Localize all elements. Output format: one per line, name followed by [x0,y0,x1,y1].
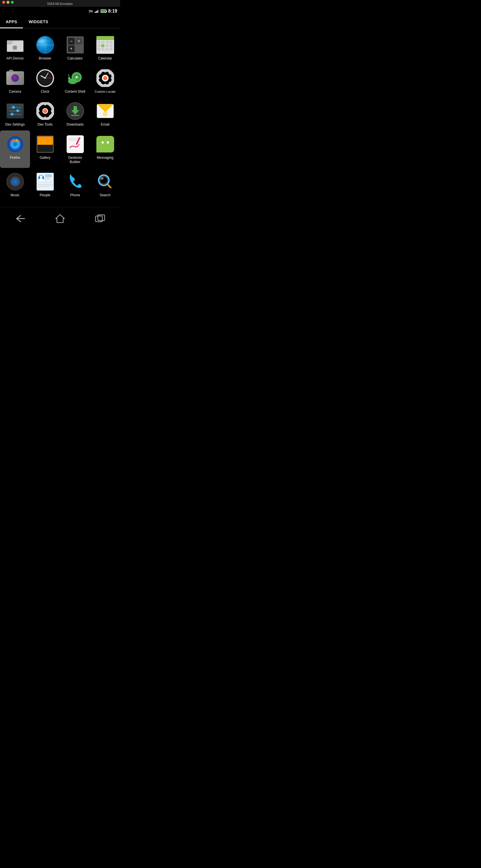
svg-point-74 [100,177,107,184]
back-button[interactable] [12,212,28,226]
svg-rect-61 [37,173,54,190]
app-gestures-builder[interactable]: Gestures Builder [60,130,90,168]
app-dev-tools[interactable]: Dev Tools [30,97,60,130]
search-label: Search [99,193,110,198]
svg-rect-75 [106,183,111,189]
svg-point-40 [44,110,46,112]
svg-rect-43 [71,115,79,116]
app-downloads[interactable]: Downloads [60,97,90,130]
email-label: Email [101,122,109,127]
svg-rect-31 [44,117,46,120]
browser-icon [36,36,54,54]
app-people[interactable]: People [30,168,60,201]
svg-rect-67 [38,183,53,183]
svg-rect-3 [7,40,12,43]
svg-rect-30 [44,102,46,105]
window-controls [2,1,14,4]
svg-rect-41 [73,106,77,111]
tabs-bar: APPS WIDGETS [0,16,120,28]
gestures-builder-label: Gestures Builder [62,156,88,164]
people-icon [36,173,54,191]
app-calendar[interactable]: Calendar [90,31,120,64]
app-clock[interactable]: Clock [30,64,60,98]
status-time: 8:19 [108,8,117,14]
svg-point-9 [76,76,77,78]
svg-marker-58 [98,150,101,152]
svg-point-51 [13,142,18,147]
calendar-icon [96,36,115,54]
svg-rect-71 [45,179,49,180]
custom-locale-icon [96,69,115,87]
search-icon [96,173,115,191]
music-label: Music [10,193,20,198]
gallery-label: Gallery [39,156,50,160]
svg-point-64 [39,178,43,181]
home-button[interactable] [53,212,67,226]
content-shell-label: Content Shell [65,90,85,94]
svg-rect-54 [69,140,77,141]
gestures-icon [66,135,84,153]
firefox-icon [6,135,24,153]
api-demos-icon: ⚙ [6,36,24,54]
app-gallery[interactable]: Gallery [30,130,60,168]
recents-button[interactable] [93,212,107,226]
svg-rect-69 [38,186,49,187]
app-email[interactable]: @ Email [90,97,120,130]
svg-point-59 [101,141,104,144]
svg-point-60 [107,141,109,144]
email-icon: @ [96,102,115,120]
calculator-icon: − = + [66,36,84,54]
svg-rect-65 [45,176,52,177]
svg-rect-21 [111,77,114,79]
downloads-icon [66,102,84,120]
app-camera[interactable]: Camera [0,64,30,98]
app-phone[interactable]: Phone [60,168,90,201]
svg-rect-57 [97,136,113,150]
svg-marker-77 [56,215,64,223]
gallery-icon [36,135,54,153]
maximize-button[interactable] [11,1,14,4]
svg-rect-20 [97,77,99,79]
messaging-label: Messaging [97,156,113,160]
apps-grid: ⚙ API Demos Browser − = + Calc [0,28,120,204]
app-search[interactable]: Search [90,168,120,201]
calculator-label: Calculator [67,56,83,61]
camera-icon [6,69,24,87]
svg-rect-70 [45,175,51,175]
dev-settings-icon [6,102,24,120]
svg-marker-42 [71,110,79,115]
status-bar: 3G 8:19 [0,7,120,16]
nav-bar [0,207,120,232]
svg-point-76 [100,177,104,180]
app-content-shell[interactable]: Content Shell [60,64,90,98]
signal-strength-icon [95,9,99,13]
app-browser[interactable]: Browser [30,31,60,64]
app-firefox[interactable]: Firefox [0,130,30,168]
app-api-demos[interactable]: ⚙ API Demos [0,31,30,64]
svg-point-13 [69,78,69,79]
svg-rect-32 [37,110,39,112]
phone-icon [66,173,84,191]
app-custom-locale[interactable]: Custom Locale [90,64,120,98]
app-messaging[interactable]: Messaging [90,130,120,168]
app-calculator[interactable]: − = + Calculator [60,31,90,64]
calendar-label: Calendar [98,56,112,61]
dev-settings-label: Dev Settings [5,122,25,127]
title-bar-label: 5554:N5-Emulator [47,2,73,5]
svg-point-28 [104,77,106,79]
svg-point-15 [68,74,69,75]
app-dev-settings[interactable]: Dev Settings [0,97,30,130]
app-music[interactable]: Music [0,168,30,201]
tab-widgets[interactable]: WIDGETS [23,16,54,28]
svg-point-63 [40,175,42,178]
svg-rect-66 [45,177,50,178]
close-button[interactable] [2,1,5,4]
api-demos-label: API Demos [6,56,24,61]
custom-locale-label: Custom Locale [95,90,116,94]
phone-label: Phone [70,193,80,198]
svg-rect-18 [104,69,106,72]
tab-apps[interactable]: APPS [0,16,23,28]
minimize-button[interactable] [7,1,9,4]
svg-text:@: @ [103,111,108,117]
svg-rect-33 [51,110,54,112]
